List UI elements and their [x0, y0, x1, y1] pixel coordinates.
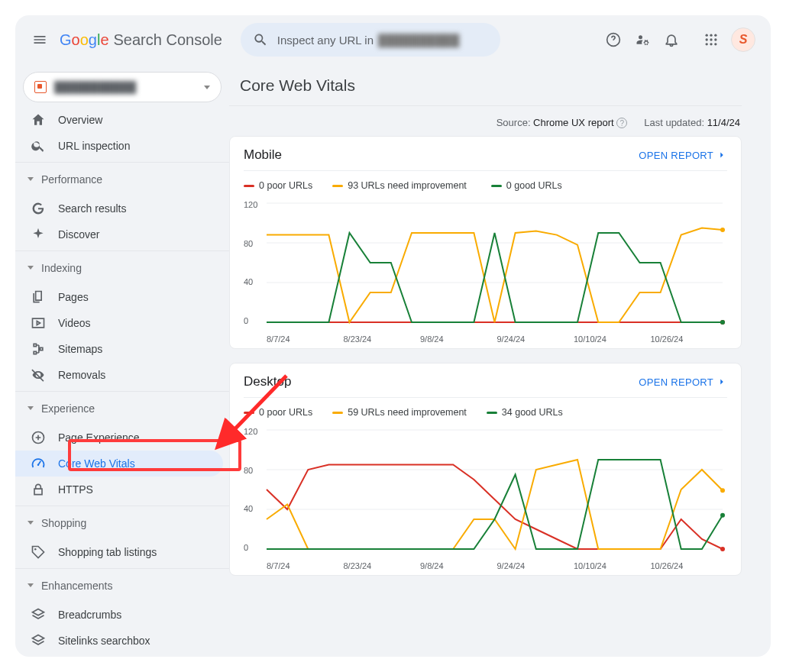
sidebar-item-core-web-vitals[interactable]: Core Web Vitals: [15, 451, 223, 477]
card-desktop: Desktop OPEN REPORT 0 poor URLs 59 URLs …: [229, 363, 742, 576]
open-report-link[interactable]: OPEN REPORT: [639, 376, 727, 388]
card-mobile: Mobile OPEN REPORT 0 poor URLs 93 URLs n…: [229, 136, 742, 349]
sidebar-item-label: Search results: [58, 202, 126, 215]
notifications-icon[interactable]: [662, 31, 681, 49]
sidebar-item-label: URL inspection: [58, 140, 130, 152]
sidebar-item-url-inspection[interactable]: URL inspection: [15, 133, 223, 159]
sidebar-item-sitemaps[interactable]: Sitemaps: [15, 336, 223, 362]
x-axis-labels: 8/7/248/23/249/8/249/24/2410/10/2410/26/…: [244, 558, 727, 570]
search-placeholder-site: ██████████: [378, 34, 459, 47]
property-selector[interactable]: ███████████: [23, 72, 222, 102]
sidebar-item-label: Removals: [58, 369, 105, 381]
video-icon: [31, 315, 46, 331]
sidebar-item-removals[interactable]: Removals: [15, 362, 223, 388]
svg-point-23: [720, 547, 725, 551]
sidebar-item-label: Discover: [58, 228, 99, 241]
chevron-down-icon: [204, 86, 210, 89]
sidebar-item-shopping-tab[interactable]: Shopping tab listings: [15, 539, 223, 565]
svg-point-5: [714, 38, 716, 40]
app-title: Search Console: [114, 31, 222, 49]
mobile-chart: 120 80 40 0: [244, 194, 727, 331]
pages-icon: [31, 289, 46, 305]
sidebar-section-shopping[interactable]: Shopping: [15, 506, 229, 539]
search-placeholder: Inspect any URL in: [277, 34, 374, 47]
sidebar-item-label: Overview: [58, 114, 102, 126]
sidebar-section-indexing[interactable]: Indexing: [15, 250, 229, 284]
sidebar-section-performance[interactable]: Performance: [15, 162, 229, 195]
svg-point-3: [706, 38, 708, 40]
sidebar-item-label: Page Experience: [58, 431, 140, 444]
home-icon: [31, 112, 46, 128]
sidebar-item-https[interactable]: HTTPS: [15, 477, 223, 502]
open-report-link[interactable]: OPEN REPORT: [639, 150, 727, 161]
svg-point-11: [34, 548, 37, 551]
sidebar-item-label: Pages: [58, 291, 89, 303]
google-g-icon: [31, 201, 46, 216]
page-title: Core Web Vitals: [229, 70, 742, 105]
legend: 0 poor URLs 93 URLs need improvement 0 g…: [244, 177, 727, 194]
source-label: Source: Chrome UX report ?: [497, 117, 628, 128]
sidebar-item-label: Core Web Vitals: [58, 457, 135, 470]
layers-icon: [31, 607, 46, 622]
search-icon: [31, 138, 46, 153]
eye-off-icon: [31, 367, 46, 383]
svg-point-2: [714, 34, 716, 37]
search-input[interactable]: Inspect any URL in ██████████: [241, 23, 500, 57]
desktop-chart: 120 80 40 0: [244, 421, 727, 558]
apps-icon[interactable]: [702, 31, 720, 49]
svg-point-4: [710, 38, 712, 40]
sidebar-item-sitelinks-searchbox[interactable]: Sitelinks searchbox: [15, 628, 223, 654]
sidebar-item-label: HTTPS: [58, 483, 93, 496]
sidebar-item-label: Breadcrumbs: [58, 609, 121, 621]
sidebar-item-label: Sitemaps: [58, 343, 102, 355]
speed-icon: [31, 456, 46, 471]
avatar[interactable]: S: [731, 27, 755, 52]
legend: 0 poor URLs 59 URLs need improvement 34 …: [244, 404, 727, 421]
sidebar-item-discover[interactable]: Discover: [15, 221, 223, 247]
sidebar-item-search-results[interactable]: Search results: [15, 195, 223, 221]
menu-icon[interactable]: [31, 31, 49, 49]
sitemap-icon: [31, 341, 46, 357]
help-icon[interactable]: [604, 31, 623, 49]
svg-point-24: [720, 488, 725, 493]
sidebar-item-label: Shopping tab listings: [58, 546, 157, 558]
svg-point-7: [710, 43, 712, 45]
layers-icon: [31, 633, 46, 648]
svg-point-17: [720, 228, 725, 232]
svg-point-25: [720, 513, 725, 518]
svg-point-1: [710, 34, 712, 37]
sidebar-item-page-experience[interactable]: Page Experience: [15, 425, 223, 451]
svg-point-18: [720, 320, 725, 325]
sidebar: ███████████ Overview URL inspection Perf…: [15, 64, 229, 654]
x-axis-labels: 8/7/248/23/249/8/249/24/2410/10/2410/26/…: [244, 331, 727, 344]
user-settings-icon[interactable]: [633, 31, 652, 49]
sidebar-item-pages[interactable]: Pages: [15, 284, 223, 310]
svg-point-8: [714, 43, 716, 45]
sidebar-item-label: Videos: [58, 317, 91, 329]
svg-point-0: [706, 34, 708, 37]
svg-point-6: [706, 43, 708, 45]
main-content: Core Web Vitals Source: Chrome UX report…: [229, 64, 771, 654]
svg-point-10: [37, 464, 40, 466]
updated-label: Last updated: 11/4/24: [644, 117, 740, 128]
tag-icon: [31, 544, 46, 560]
sparkle-icon: [31, 227, 46, 242]
sidebar-item-label: Sitelinks searchbox: [58, 635, 150, 647]
card-title: Desktop: [244, 374, 291, 389]
plus-circle-icon: [31, 430, 46, 445]
sidebar-item-breadcrumbs[interactable]: Breadcrumbs: [15, 602, 223, 628]
sidebar-item-videos[interactable]: Videos: [15, 310, 223, 336]
sidebar-section-enhancements[interactable]: Enhancements: [15, 568, 229, 602]
card-title: Mobile: [244, 147, 282, 163]
app-header: Google Search Console Inspect any URL in…: [15, 15, 771, 64]
app-logo: Google Search Console: [60, 31, 222, 49]
lock-icon: [31, 482, 46, 497]
sidebar-section-experience[interactable]: Experience: [15, 391, 229, 425]
sidebar-item-overview[interactable]: Overview: [15, 107, 223, 133]
